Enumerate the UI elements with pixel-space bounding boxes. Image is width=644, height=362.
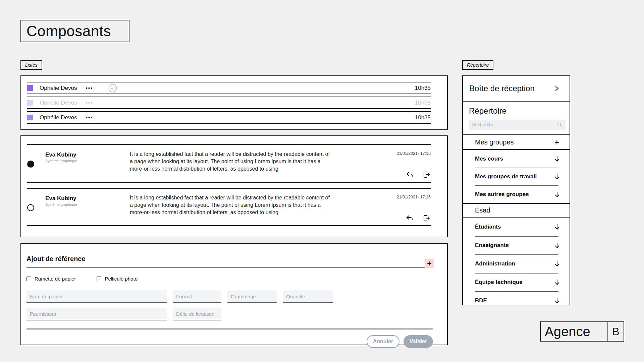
sender-name: Eva Kubiny <box>45 152 119 158</box>
school-section-header: Ésad <box>463 204 570 218</box>
directory-item-label: Étudiants <box>475 224 501 230</box>
paper-name-field[interactable] <box>26 290 167 303</box>
arrow-down-icon[interactable] <box>554 173 560 180</box>
submit-button[interactable]: Valider <box>404 335 433 348</box>
forward-export-icon[interactable] <box>422 214 431 222</box>
directory-heading: Répertoire <box>469 106 566 116</box>
arrow-down-icon[interactable] <box>554 297 560 304</box>
sender-role: Système graphique <box>45 159 119 163</box>
directory-item-label: Mes cours <box>475 156 503 162</box>
list-item[interactable]: Ophélie Devos ••• 10h35 <box>27 97 431 109</box>
directory-item-administration[interactable]: Administration <box>463 254 570 273</box>
directory-item-mes-autres-groupes[interactable]: Mes autres groupes <box>463 185 570 203</box>
checkbox-group: Ramette de papier <box>26 276 76 282</box>
sender-role: Système graphique <box>45 202 119 206</box>
arrow-down-icon[interactable] <box>554 156 560 162</box>
my-groups-list: Mes cours Mes groupes de travail Mes aut… <box>463 150 570 204</box>
directory-item-etudiants[interactable]: Étudiants <box>463 218 570 236</box>
directory-item-enseignants[interactable]: Enseignants <box>463 236 570 254</box>
list-item[interactable]: Ophélie Devos ••• 10h35 <box>27 82 431 94</box>
arrow-down-icon[interactable] <box>554 224 560 230</box>
agency-logo-letter: B <box>608 322 624 341</box>
sender-block: Eva Kubiny Système graphique <box>45 152 119 163</box>
my-groups-label: Mes groupes <box>475 138 514 146</box>
format-field[interactable] <box>173 290 221 303</box>
divider <box>26 267 433 268</box>
directory-item-label: Enseignants <box>475 242 509 249</box>
inbox-row[interactable]: Boîte de réception <box>463 76 570 102</box>
checkbox-label: Pellicule photo <box>105 276 138 282</box>
more-options-icon[interactable]: ••• <box>86 85 93 91</box>
read-indicator-icon <box>27 204 34 211</box>
checkbox-label: Ramette de papier <box>35 276 76 282</box>
quantity-field[interactable] <box>283 290 333 303</box>
add-reference-form: Ajout de référence + Ramette de papier P… <box>20 243 448 345</box>
forward-export-icon[interactable] <box>422 171 431 179</box>
section-tag-lists: Listes <box>20 60 42 70</box>
my-groups-header[interactable]: Mes groupes + <box>463 135 570 150</box>
message-datetime: 21/01/2021- 17:16 <box>397 195 431 199</box>
list-item[interactable]: Ophélie Devos ••• 10h35 <box>27 111 431 124</box>
school-list: Étudiants Enseignants Administration Équ… <box>463 218 570 310</box>
check-circle-icon[interactable] <box>108 84 117 93</box>
reply-icon[interactable] <box>405 214 414 222</box>
unread-indicator-icon <box>27 161 34 168</box>
arrow-down-icon[interactable] <box>554 260 560 267</box>
add-button[interactable]: + <box>425 259 434 268</box>
chevron-right-icon <box>553 85 560 92</box>
agency-logo-name: Agence <box>541 322 607 341</box>
directory-item-label: Mes groupes de travail <box>475 173 537 180</box>
form-title: Ajout de référence <box>26 255 433 263</box>
checkbox-pellicule[interactable] <box>97 277 101 281</box>
color-square-icon <box>27 85 33 91</box>
supplier-field[interactable] <box>26 308 167 320</box>
section-tag-lists-label: Listes <box>25 62 38 68</box>
color-square-icon <box>27 115 33 120</box>
contact-name: Ophélie Devos <box>40 114 77 121</box>
sender-block: Eva Kubiny Système graphique <box>45 195 119 206</box>
search-icon <box>557 122 562 127</box>
message-time: 10h35 <box>415 100 431 106</box>
plus-icon[interactable]: + <box>554 139 559 145</box>
message-list: Eva Kubiny Système graphique It is a lon… <box>20 135 448 237</box>
message-time: 10h35 <box>415 85 431 92</box>
directory-item-label: Équipe technique <box>475 279 523 286</box>
agency-logo: Agence B <box>540 321 624 342</box>
page-title-box: Composants <box>20 20 129 42</box>
arrow-down-icon[interactable] <box>554 191 560 198</box>
message-item[interactable]: Eva Kubiny Système graphique It is a lon… <box>27 144 431 183</box>
more-options-icon[interactable]: ••• <box>86 115 93 120</box>
checkbox-ramette[interactable] <box>26 277 31 281</box>
message-item[interactable]: Eva Kubiny Système graphique It is a lon… <box>27 188 431 226</box>
directory-panel: Boîte de réception Répertoire Mes groupe… <box>462 75 570 305</box>
message-excerpt: It is a long established fact that a rea… <box>130 194 333 216</box>
arrow-down-icon[interactable] <box>554 242 560 249</box>
directory-item-mes-cours[interactable]: Mes cours <box>463 150 570 168</box>
section-tag-directory-label: Répertoire <box>467 62 489 68</box>
directory-item-equipe-technique[interactable]: Équipe technique <box>463 273 570 291</box>
sender-name: Eva Kubiny <box>45 195 119 202</box>
directory-item-label: Administration <box>475 260 515 267</box>
school-section-label: Ésad <box>475 206 490 214</box>
search-bar[interactable] <box>469 120 566 130</box>
contact-name: Ophélie Devos <box>40 85 77 92</box>
search-input[interactable] <box>472 122 557 127</box>
divider <box>26 328 433 329</box>
color-square-icon <box>27 100 33 106</box>
directory-search-section: Répertoire <box>463 102 570 135</box>
arrow-down-icon[interactable] <box>554 279 560 286</box>
page-title: Composants <box>26 23 111 40</box>
delivery-delay-field[interactable] <box>173 308 221 320</box>
contact-list: Ophélie Devos ••• 10h35 Ophélie Devos ••… <box>20 75 448 130</box>
directory-item-label: BDE <box>475 297 487 304</box>
directory-item-label: Mes autres groupes <box>475 191 529 198</box>
cancel-button[interactable]: Annuler <box>367 335 399 348</box>
reply-icon[interactable] <box>405 171 414 179</box>
directory-item-bde[interactable]: BDE <box>463 291 570 310</box>
directory-item-mes-groupes-de-travail[interactable]: Mes groupes de travail <box>463 168 570 185</box>
message-datetime: 21/01/2021- 17:16 <box>397 151 431 156</box>
grammage-field[interactable] <box>227 290 277 303</box>
more-options-icon[interactable]: ••• <box>86 100 93 106</box>
checkbox-group: Pellicule photo <box>97 276 138 282</box>
message-excerpt: It is a long established fact that a rea… <box>130 150 333 173</box>
